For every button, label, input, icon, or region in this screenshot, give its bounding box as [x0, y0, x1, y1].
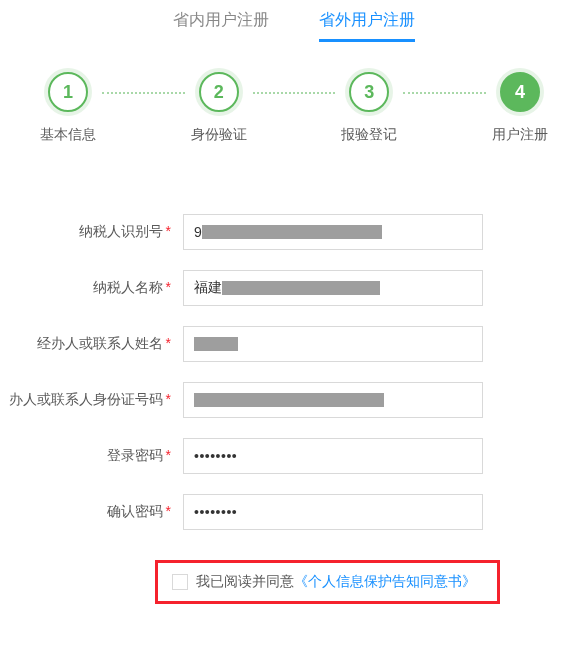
label-handler-idno: 办人或联系人身份证号码*: [0, 391, 175, 409]
taxpayer-id-prefix: 9: [194, 224, 202, 240]
step-3: 3 报验登记: [341, 72, 397, 144]
redacted-block: [222, 281, 380, 295]
row-taxpayer-name: 纳税人名称* 福建: [0, 270, 588, 306]
confirm-password-input[interactable]: [183, 494, 483, 530]
row-handler-name: 经办人或联系人姓名*: [0, 326, 588, 362]
progress-steps: 1 基本信息 2 身份验证 3 报验登记 4 用户注册: [0, 42, 588, 154]
step-circle-1: 1: [48, 72, 88, 112]
step-2: 2 身份验证: [191, 72, 247, 144]
consent-prefix: 我已阅读并同意: [196, 573, 294, 589]
label-taxpayer-id: 纳税人识别号*: [0, 223, 175, 241]
label-handler-name: 经办人或联系人姓名*: [0, 335, 175, 353]
step-connector: [253, 92, 336, 94]
consent-link[interactable]: 《个人信息保护告知同意书》: [294, 573, 476, 589]
step-label-3: 报验登记: [341, 126, 397, 144]
label-password: 登录密码*: [0, 447, 175, 465]
step-circle-4: 4: [500, 72, 540, 112]
step-connector: [403, 92, 486, 94]
step-connector: [102, 92, 185, 94]
registration-tabs: 省内用户注册 省外用户注册: [0, 0, 588, 42]
tab-in-province[interactable]: 省内用户注册: [173, 10, 269, 42]
consent-text: 我已阅读并同意《个人信息保护告知同意书》: [196, 573, 476, 591]
redacted-block: [202, 225, 382, 239]
consent-checkbox[interactable]: [172, 574, 188, 590]
step-1: 1 基本信息: [40, 72, 96, 144]
password-input[interactable]: [183, 438, 483, 474]
tab-out-province[interactable]: 省外用户注册: [319, 10, 415, 42]
step-4: 4 用户注册: [492, 72, 548, 144]
taxpayer-name-prefix: 福建: [194, 279, 222, 297]
step-label-2: 身份验证: [191, 126, 247, 144]
consent-box: 我已阅读并同意《个人信息保护告知同意书》: [155, 560, 500, 604]
registration-form: 纳税人识别号* 9 纳税人名称* 福建 经办人或联系人姓名* 办人或联系人身份证…: [0, 154, 588, 654]
redacted-block: [194, 337, 238, 351]
row-password: 登录密码*: [0, 438, 588, 474]
handler-name-input[interactable]: [183, 326, 483, 362]
row-confirm-password: 确认密码*: [0, 494, 588, 530]
row-taxpayer-id: 纳税人识别号* 9: [0, 214, 588, 250]
taxpayer-id-input[interactable]: 9: [183, 214, 483, 250]
taxpayer-name-input[interactable]: 福建: [183, 270, 483, 306]
label-confirm-password: 确认密码*: [0, 503, 175, 521]
step-circle-2: 2: [199, 72, 239, 112]
step-label-1: 基本信息: [40, 126, 96, 144]
label-taxpayer-name: 纳税人名称*: [0, 279, 175, 297]
step-circle-3: 3: [349, 72, 389, 112]
row-handler-idno: 办人或联系人身份证号码*: [0, 382, 588, 418]
handler-idno-input[interactable]: [183, 382, 483, 418]
redacted-block: [194, 393, 384, 407]
step-label-4: 用户注册: [492, 126, 548, 144]
